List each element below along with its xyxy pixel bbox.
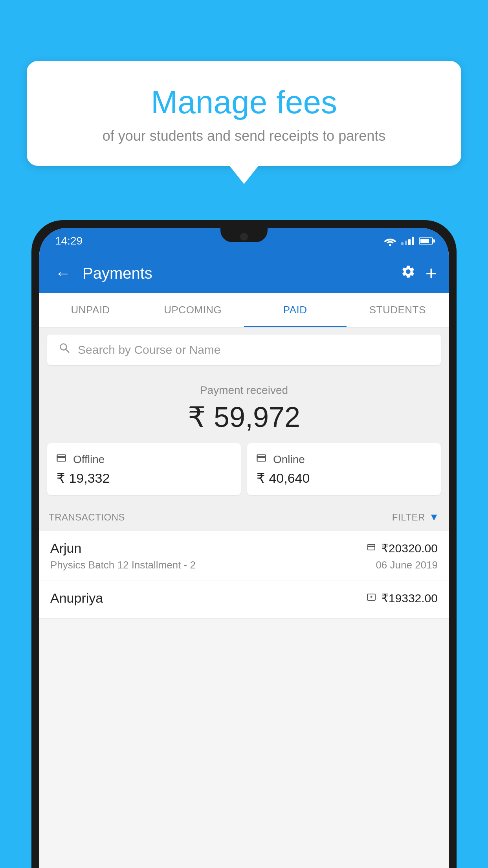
transaction-amount: ₹ ₹19332.00 (365, 591, 438, 605)
phone-frame: 14:29 (31, 220, 457, 868)
transactions-header: TRANSACTIONS FILTER ▼ (39, 503, 449, 531)
page-title: Payments (83, 265, 393, 282)
filter-icon: ▼ (429, 511, 439, 523)
app-header: ← Payments + (39, 254, 449, 293)
svg-point-0 (389, 244, 391, 246)
online-payment-card: Online ₹ 40,640 (247, 443, 441, 495)
amount-value: ₹19332.00 (381, 591, 438, 605)
tab-upcoming[interactable]: UPCOMING (142, 293, 244, 327)
offline-icon (55, 452, 68, 466)
payment-cards: Offline ₹ 19,332 Online (47, 443, 441, 495)
transactions-label: TRANSACTIONS (49, 512, 125, 523)
phone-inner: 14:29 (35, 224, 453, 868)
transaction-row[interactable]: Anupriya ₹ ₹19332.00 (39, 581, 449, 619)
credit-card-icon (365, 542, 377, 552)
online-type-label: Online (273, 453, 305, 466)
transaction-detail-row: Physics Batch 12 Installment - 2 06 June… (50, 559, 438, 571)
search-container: Search by Course or Name (39, 327, 449, 372)
status-icons (384, 236, 433, 246)
tabs-bar: UNPAID UPCOMING PAID STUDENTS (39, 293, 449, 327)
student-name: Arjun (50, 541, 81, 556)
payment-received-section: Payment received ₹ 59,972 Offline (39, 372, 449, 503)
bubble-subtitle: of your students and send receipts to pa… (46, 128, 442, 144)
camera-dot (240, 233, 248, 241)
magnifier-icon (58, 342, 72, 355)
transaction-amount: ₹20320.00 (365, 541, 438, 555)
payment-total-amount: ₹ 59,972 (47, 401, 441, 434)
online-icon (255, 452, 268, 466)
course-info: Physics Batch 12 Installment - 2 (50, 559, 196, 571)
transaction-main-row: Arjun ₹20320.00 (50, 541, 438, 556)
transaction-date: 06 June 2019 (376, 559, 438, 571)
payment-type-icon-online (365, 542, 377, 555)
speech-bubble: Manage fees of your students and send re… (27, 61, 461, 166)
settings-button[interactable] (401, 264, 416, 283)
offline-payment-card: Offline ₹ 19,332 (47, 443, 241, 495)
rupee-card-icon: ₹ (365, 592, 377, 602)
search-placeholder: Search by Course or Name (78, 343, 221, 357)
tab-unpaid[interactable]: UNPAID (39, 293, 142, 327)
transaction-row[interactable]: Arjun ₹20320.00 Physics Batch 12 Install… (39, 531, 449, 581)
battery-icon (419, 237, 433, 245)
back-button[interactable]: ← (51, 261, 75, 286)
signal-icon (401, 237, 414, 245)
search-bar[interactable]: Search by Course or Name (47, 335, 441, 365)
phone-screen: 14:29 (39, 228, 449, 868)
amount-value: ₹20320.00 (381, 541, 438, 555)
payment-type-icon-offline: ₹ (365, 592, 377, 605)
tab-students[interactable]: STUDENTS (347, 293, 449, 327)
online-amount: ₹ 40,640 (255, 470, 433, 486)
online-card-header: Online (255, 452, 433, 466)
payment-received-label: Payment received (47, 384, 441, 397)
status-time: 14:29 (55, 235, 83, 247)
svg-text:₹: ₹ (370, 595, 372, 600)
transactions-list: Arjun ₹20320.00 Physics Batch 12 Install… (39, 531, 449, 619)
search-icon (58, 342, 72, 358)
offline-type-label: Offline (73, 453, 105, 466)
cash-icon (55, 452, 68, 463)
offline-amount: ₹ 19,332 (55, 470, 233, 486)
offline-card-header: Offline (55, 452, 233, 466)
student-name: Anupriya (50, 590, 103, 606)
wifi-icon (384, 236, 396, 246)
filter-button[interactable]: FILTER ▼ (392, 511, 439, 523)
card-icon (255, 452, 268, 463)
filter-label: FILTER (392, 512, 425, 523)
tab-paid[interactable]: PAID (244, 293, 347, 327)
header-actions: + (401, 262, 437, 285)
bubble-title: Manage fees (46, 85, 442, 120)
gear-icon (401, 264, 416, 279)
phone-notch (220, 228, 268, 242)
add-button[interactable]: + (426, 262, 437, 285)
transaction-main-row: Anupriya ₹ ₹19332.00 (50, 590, 438, 606)
